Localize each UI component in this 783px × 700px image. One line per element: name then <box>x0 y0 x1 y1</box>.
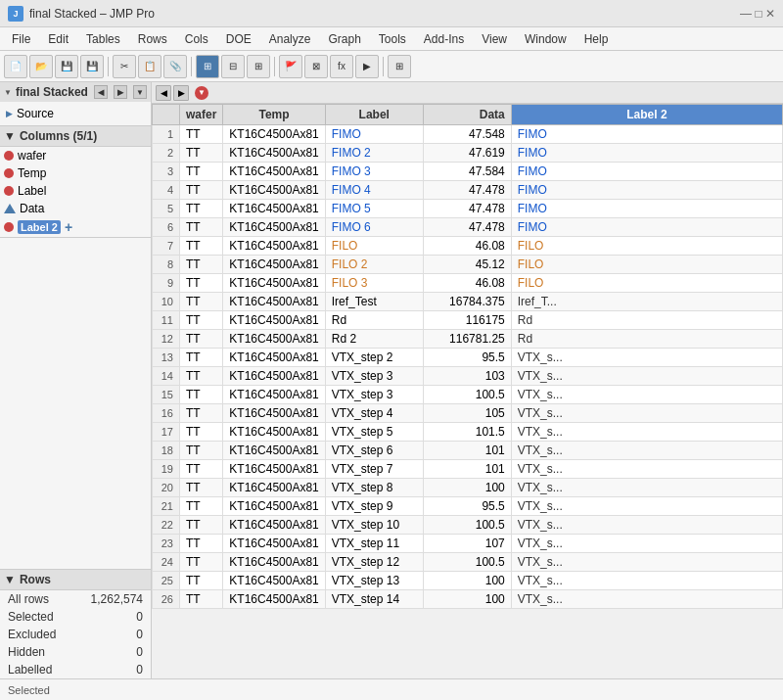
toolbar-paste[interactable]: 📎 <box>163 55 187 78</box>
col-header-wafer[interactable]: wafer <box>180 105 223 125</box>
table-row[interactable]: 9TTKT16C4500Ax81FILO 346.08FILO <box>153 274 783 293</box>
menu-tools[interactable]: Tools <box>371 30 414 48</box>
cell-data: 100 <box>423 479 511 497</box>
data-table-wrapper[interactable]: wafer Temp Label Data Label 2 1TTKT16C45… <box>152 104 783 678</box>
menu-tables[interactable]: Tables <box>78 30 128 48</box>
cell-label: Rd 2 <box>325 330 423 349</box>
table-row[interactable]: 4TTKT16C4500Ax81FIMO 447.478FIMO <box>153 181 783 200</box>
col-header-label2[interactable]: Label 2 <box>511 105 782 125</box>
hidden-label: Hidden <box>8 645 45 659</box>
menu-edit[interactable]: Edit <box>40 30 76 48</box>
table-row[interactable]: 26TTKT16C4500Ax81VTX_step 14100VTX_s... <box>153 590 783 609</box>
table-section-header[interactable]: ▼ final Stacked ◀ ▶ ▼ <box>0 82 151 102</box>
toolbar-grid3[interactable]: ⊞ <box>247 55 270 78</box>
rows-section-header[interactable]: ▼ Rows <box>0 570 151 590</box>
toolbar-formula[interactable]: fx <box>330 55 353 78</box>
toolbar-sep3 <box>274 57 275 76</box>
allrows-label: All rows <box>8 592 49 606</box>
cell-label2: FILO <box>511 237 782 256</box>
table-row[interactable]: 19TTKT16C4500Ax81VTX_step 7101VTX_s... <box>153 460 783 479</box>
table-row[interactable]: 14TTKT16C4500Ax81VTX_step 3103VTX_s... <box>153 367 783 386</box>
menu-rows[interactable]: Rows <box>130 30 175 48</box>
columns-section-header[interactable]: ▼ Columns (5/1) <box>0 126 151 147</box>
add-column-btn[interactable]: + <box>65 219 72 235</box>
menu-help[interactable]: Help <box>576 30 617 48</box>
table-row[interactable]: 2TTKT16C4500Ax81FIMO 247.619FIMO <box>153 144 783 163</box>
left-panel: ▼ final Stacked ◀ ▶ ▼ ▶ Source ▼ Columns… <box>0 82 152 678</box>
table-row[interactable]: 20TTKT16C4500Ax81VTX_step 8100VTX_s... <box>153 479 783 497</box>
table-row[interactable]: 15TTKT16C4500Ax81VTX_step 3100.5VTX_s... <box>153 386 783 404</box>
toolbar-open[interactable]: 📂 <box>29 55 53 78</box>
table-row[interactable]: 23TTKT16C4500Ax81VTX_step 11107VTX_s... <box>153 535 783 553</box>
table-row[interactable]: 13TTKT16C4500Ax81VTX_step 295.5VTX_s... <box>153 349 783 367</box>
menu-graph[interactable]: Graph <box>320 30 368 48</box>
menu-analyze[interactable]: Analyze <box>261 30 319 48</box>
cell-rownum: 15 <box>153 386 180 404</box>
menu-doe[interactable]: DOE <box>218 30 259 48</box>
cell-data: 45.12 <box>423 256 511 274</box>
table-row[interactable]: 16TTKT16C4500Ax81VTX_step 4105VTX_s... <box>153 404 783 423</box>
menu-view[interactable]: View <box>474 30 515 48</box>
nav-right[interactable]: ▶ <box>114 85 127 99</box>
menu-cols[interactable]: Cols <box>177 30 216 48</box>
cell-label2: FIMO <box>511 163 782 181</box>
menu-file[interactable]: File <box>4 30 38 48</box>
table-row[interactable]: 18TTKT16C4500Ax81VTX_step 6101VTX_s... <box>153 442 783 460</box>
menu-addins[interactable]: Add-Ins <box>416 30 472 48</box>
toolbar-flag[interactable]: 🚩 <box>279 55 302 78</box>
cell-data: 47.478 <box>423 218 511 237</box>
toolbar-copy[interactable]: 📋 <box>138 55 161 78</box>
table-row[interactable]: 6TTKT16C4500Ax81FIMO 647.478FIMO <box>153 218 783 237</box>
column-wafer[interactable]: wafer <box>0 147 151 164</box>
column-label[interactable]: Label <box>0 182 151 200</box>
cell-rownum: 13 <box>153 349 180 367</box>
column-label2[interactable]: Label 2 + <box>0 217 151 237</box>
table-row[interactable]: 12TTKT16C4500Ax81Rd 2116781.25Rd <box>153 330 783 349</box>
cell-wafer: TT <box>180 181 223 200</box>
table-row[interactable]: 24TTKT16C4500Ax81VTX_step 12100.5VTX_s..… <box>153 553 783 572</box>
toolbar-new[interactable]: 📄 <box>4 55 27 78</box>
table-row[interactable]: 7TTKT16C4500Ax81FILO46.08FILO <box>153 237 783 256</box>
menu-window[interactable]: Window <box>517 30 575 48</box>
cell-label2: VTX_s... <box>511 497 782 516</box>
toolbar-grid2[interactable]: ⊟ <box>221 55 245 78</box>
table-row[interactable]: 3TTKT16C4500Ax81FIMO 347.584FIMO <box>153 163 783 181</box>
cell-label: VTX_step 2 <box>325 349 423 367</box>
rows-selected: Selected 0 <box>0 608 151 626</box>
col-header-temp[interactable]: Temp <box>223 105 325 125</box>
nav-left[interactable]: ◀ <box>94 85 108 99</box>
table-row[interactable]: 17TTKT16C4500Ax81VTX_step 5101.5VTX_s... <box>153 423 783 442</box>
window-controls[interactable]: — □ ✕ <box>740 7 775 21</box>
nav-down[interactable]: ▼ <box>133 85 147 99</box>
cell-data: 47.478 <box>423 181 511 200</box>
nav-right-btn[interactable]: ▶ <box>173 85 189 101</box>
toolbar-save[interactable]: 💾 <box>55 55 78 78</box>
cell-rownum: 8 <box>153 256 180 274</box>
toolbar-misc[interactable]: ⊞ <box>388 55 411 78</box>
toolbar-filter[interactable]: ⊠ <box>304 55 328 78</box>
cell-wafer: TT <box>180 442 223 460</box>
toolbar-script[interactable]: ▶ <box>355 55 379 78</box>
table-row[interactable]: 22TTKT16C4500Ax81VTX_step 10100.5VTX_s..… <box>153 516 783 535</box>
col-header-label[interactable]: Label <box>325 105 423 125</box>
column-data[interactable]: Data <box>0 200 151 217</box>
toolbar-grid1[interactable]: ⊞ <box>196 55 219 78</box>
nav-left-btn[interactable]: ◀ <box>156 85 171 101</box>
column-temp[interactable]: Temp <box>0 164 151 182</box>
cell-data: 103 <box>423 367 511 386</box>
rows-label: Rows <box>20 573 51 586</box>
source-item[interactable]: ▶ Source <box>4 106 147 121</box>
table-row[interactable]: 10TTKT16C4500Ax81Iref_Test16784.375Iref_… <box>153 293 783 311</box>
table-row[interactable]: 21TTKT16C4500Ax81VTX_step 995.5VTX_s... <box>153 497 783 516</box>
table-row[interactable]: 1TTKT16C4500Ax81FIMO47.548FIMO <box>153 125 783 144</box>
table-row[interactable]: 5TTKT16C4500Ax81FIMO 547.478FIMO <box>153 200 783 218</box>
table-row[interactable]: 8TTKT16C4500Ax81FILO 245.12FILO <box>153 256 783 274</box>
col-header-data[interactable]: Data <box>423 105 511 125</box>
table-row[interactable]: 25TTKT16C4500Ax81VTX_step 13100VTX_s... <box>153 572 783 590</box>
col-filter-btn[interactable]: ▼ <box>195 86 208 100</box>
table-row[interactable]: 11TTKT16C4500Ax81Rd116175Rd <box>153 311 783 330</box>
cell-wafer: TT <box>180 404 223 423</box>
toolbar-save2[interactable]: 💾 <box>80 55 104 78</box>
cell-rownum: 18 <box>153 442 180 460</box>
toolbar-cut[interactable]: ✂ <box>113 55 136 78</box>
